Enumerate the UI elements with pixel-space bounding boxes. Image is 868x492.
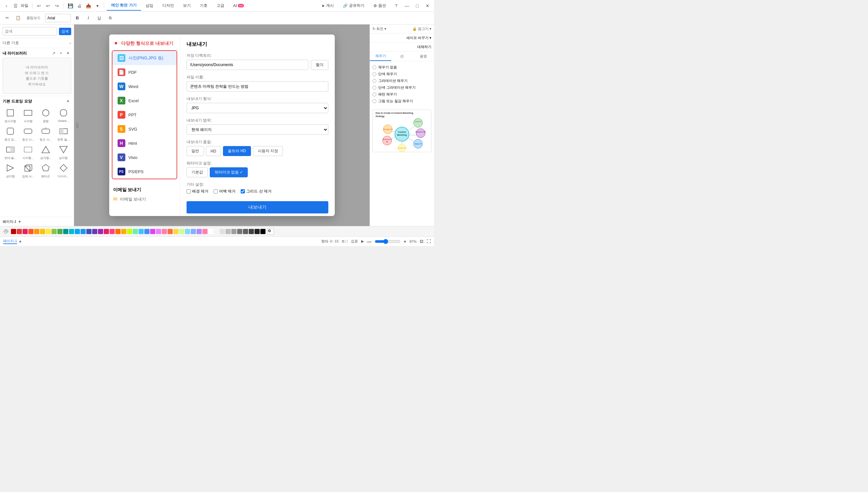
layers-icon[interactable]: ⧉ □ <box>342 239 348 243</box>
menu-item-html[interactable]: H Html <box>112 136 177 150</box>
menu-item-photo[interactable]: 🖼 사진(PNG,JPG 등) <box>112 51 177 65</box>
font-selector[interactable] <box>45 14 71 22</box>
color-swatch[interactable] <box>17 229 22 234</box>
tab-symbol[interactable]: 기호 <box>195 1 212 10</box>
zoom-in-btn[interactable]: + <box>404 239 406 244</box>
shape-circle[interactable]: 원형 <box>38 107 54 123</box>
watermark-default[interactable]: 기본값 <box>187 167 208 177</box>
color-swatch[interactable] <box>167 229 173 234</box>
shape-change-btn[interactable]: 세이프 바꾸기 ▾ <box>406 35 431 40</box>
print-btn[interactable]: 🖨 <box>75 2 83 10</box>
range-select[interactable]: 현재 페이지 전체 페이지 <box>187 124 328 135</box>
menu-item-svg[interactable]: S SVG <box>112 122 177 136</box>
checkbox-bg[interactable]: 배경 제거 <box>187 189 208 194</box>
quality-hd[interactable]: HD <box>206 146 221 156</box>
shape-triangle2[interactable]: 삼각형 <box>55 144 71 160</box>
tab-ai[interactable]: AI hot <box>229 1 248 10</box>
fill-solid[interactable]: 단색 채우기 <box>372 71 431 77</box>
color-swatch[interactable] <box>231 229 236 234</box>
publish-btn[interactable]: ➤ 게시 <box>318 2 337 10</box>
shapes-close-btn[interactable]: ✕ <box>65 98 71 104</box>
library-close-btn[interactable]: ✕ <box>65 50 71 56</box>
color-swatch[interactable] <box>214 229 219 234</box>
shape-rounded-square[interactable]: 둥근 정... <box>3 125 18 142</box>
checkbox-margin-input[interactable] <box>214 189 218 193</box>
underline-btn[interactable]: U <box>95 14 104 23</box>
close-btn[interactable]: ✕ <box>424 2 431 10</box>
tab-line[interactable]: 선 <box>391 52 413 61</box>
directory-input[interactable] <box>187 60 308 70</box>
color-swatch[interactable] <box>23 229 28 234</box>
shape-triangle3[interactable]: 삼각형 <box>3 162 18 179</box>
bold-btn[interactable]: B <box>73 14 82 23</box>
color-swatch[interactable] <box>243 229 248 234</box>
current-page-tab[interactable]: 페이지-1 <box>3 239 17 244</box>
fill-pattern[interactable]: 패턴 채우기 <box>372 91 431 98</box>
filename-input[interactable] <box>187 81 328 92</box>
color-swatch[interactable] <box>144 229 150 234</box>
color-swatch[interactable] <box>208 229 213 234</box>
email-item[interactable]: ✉ 이메일 보내기 <box>113 196 176 202</box>
shape-half-fill2[interactable]: 반대 필... <box>3 144 18 160</box>
color-swatch[interactable] <box>40 229 45 234</box>
color-swatch[interactable] <box>69 229 74 234</box>
color-swatch[interactable] <box>63 229 68 234</box>
fill-solid-gradient[interactable]: 단색 그라데이션 채우기 <box>372 84 431 91</box>
replace-btn[interactable]: 대체하기 <box>417 45 431 49</box>
shape-rounded-rect[interactable]: 둥근 사... <box>20 125 36 142</box>
italic-btn[interactable]: I <box>84 14 93 23</box>
color-swatch[interactable] <box>115 229 121 234</box>
fit-page-btn[interactable]: ⊡ <box>420 239 423 244</box>
zoom-out-btn[interactable]: — <box>367 239 371 244</box>
color-swatch[interactable] <box>52 229 57 234</box>
dropdown-btn[interactable]: ▾ <box>94 2 101 10</box>
color-swatch[interactable] <box>196 229 202 234</box>
color-swatch[interactable] <box>28 229 33 234</box>
color-swatch[interactable] <box>98 229 103 234</box>
color-swatch[interactable] <box>173 229 179 234</box>
color-swatch[interactable] <box>220 229 225 234</box>
color-swatch[interactable] <box>226 229 231 234</box>
paste-btn[interactable]: 📋 <box>14 14 23 23</box>
undo-btn[interactable]: ↩ <box>35 2 43 10</box>
tab-main[interactable]: 메인 화면 가기 <box>107 1 141 10</box>
fill-texture[interactable]: 그림 또는 질감 채우기 <box>372 98 431 104</box>
back-btn[interactable]: ‹ <box>3 2 10 10</box>
shape-triangle[interactable]: 삼각형... <box>38 144 54 160</box>
options-btn[interactable]: ⚙ 옵션 <box>370 2 389 10</box>
color-swatch[interactable] <box>255 229 260 234</box>
redo-btn[interactable]: ↪ <box>53 2 61 10</box>
browse-button[interactable]: 찾기 <box>311 60 328 70</box>
settings-icon[interactable]: ⚙ <box>267 228 274 235</box>
search-input[interactable] <box>3 27 57 35</box>
color-swatch[interactable] <box>46 229 51 234</box>
fill-none[interactable]: 채우기 없음 <box>372 64 431 71</box>
menu-item-pdf[interactable]: 📄 PDF <box>112 65 177 79</box>
color-swatch[interactable] <box>150 229 155 234</box>
maximize-btn[interactable]: □ <box>413 2 421 10</box>
shape-half-fill[interactable]: 한쪽 필... <box>55 125 71 142</box>
export-btn-toolbar[interactable]: 📤 <box>84 2 92 10</box>
color-swatch[interactable] <box>162 229 167 234</box>
minimize-btn[interactable]: — <box>403 2 411 10</box>
collapse-icon[interactable]: « <box>69 41 71 45</box>
help-btn[interactable]: ? <box>392 2 400 9</box>
shape-rect2[interactable]: 사각형... <box>20 144 36 160</box>
color-swatch[interactable] <box>121 229 126 234</box>
lock-btn[interactable]: 🔒 잠그기 ▾ <box>413 26 431 31</box>
format-select[interactable]: JPG PNG BMP GIF <box>187 103 328 113</box>
shape-square[interactable]: 정사각형 <box>3 107 18 123</box>
color-swatch[interactable] <box>133 229 138 234</box>
tab-design[interactable]: 디자인 <box>158 1 179 10</box>
tab-fill[interactable]: 채우기 <box>370 52 391 61</box>
color-swatch[interactable] <box>86 229 91 234</box>
color-swatch[interactable] <box>34 229 39 234</box>
share-btn[interactable]: 🔗 공유하기 <box>340 2 368 10</box>
watermark-none[interactable]: 워터마크 없음 ✓ <box>210 167 248 177</box>
color-swatch[interactable] <box>185 229 190 234</box>
color-swatch[interactable] <box>138 229 144 234</box>
shape-rect[interactable]: 사각형 <box>20 107 36 123</box>
export-submit-button[interactable]: 내보내기 <box>187 201 328 214</box>
color-swatch[interactable] <box>260 229 265 234</box>
shape-octagon[interactable]: Octant... <box>55 107 71 123</box>
